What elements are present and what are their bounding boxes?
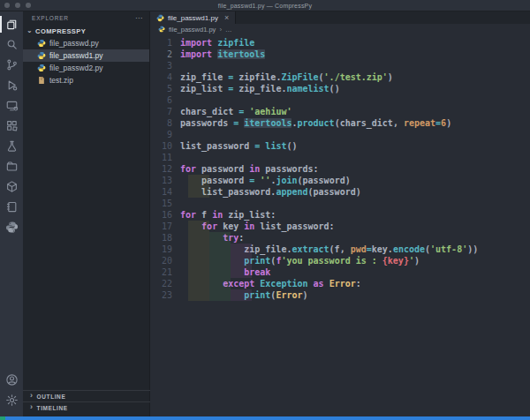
- code-line-14[interactable]: 14 list_password.append(password): [150, 186, 530, 198]
- line-number: 6: [150, 94, 180, 106]
- indent-guide: [188, 266, 209, 278]
- code-token: list_password:: [254, 221, 334, 231]
- code-line-12[interactable]: 12for password in passwords:: [150, 163, 530, 175]
- code-token: zip_list: [180, 84, 228, 94]
- file-item-file_passwd2-py[interactable]: file_passwd2.py: [23, 62, 149, 74]
- code-line-10[interactable]: 10list_password = list(): [150, 140, 530, 152]
- code-token: as: [314, 279, 324, 289]
- close-tab-icon[interactable]: ×: [224, 14, 229, 21]
- activitybar-project-manager-icon[interactable]: [0, 156, 23, 176]
- code-token: 'utf-8': [430, 244, 467, 254]
- explorer-title: EXPLORER: [32, 15, 69, 21]
- activitybar-extensions-icon[interactable]: [0, 116, 23, 136]
- explorer-more-actions-icon[interactable]: ⋯: [135, 16, 143, 21]
- code-line-11[interactable]: 11: [150, 152, 530, 163]
- code-token: zipfile: [217, 38, 254, 48]
- remote-indicator[interactable]: [0, 416, 5, 420]
- tab-file-passwd1[interactable]: file_passwd1.py ×: [150, 11, 236, 24]
- code-token: (password): [298, 176, 351, 185]
- code-token: repeat: [404, 118, 435, 128]
- chevron-right-icon: ›: [30, 404, 34, 409]
- code-token: passwords:: [260, 164, 318, 174]
- activitybar-account-icon[interactable]: [0, 370, 23, 390]
- breadcrumb-file[interactable]: file_passwd1.py: [169, 26, 216, 34]
- file-list: file_passwd.pyfile_passwd1.pyfile_passwd…: [23, 37, 149, 86]
- code-line-5[interactable]: 5zip_list = zip_file.namelist(): [150, 83, 530, 94]
- activitybar-explorer-icon[interactable]: [0, 14, 23, 34]
- file-item-test-zip[interactable]: test.zip: [23, 74, 149, 86]
- highlighted-token: itertools: [244, 118, 292, 128]
- panel-outline[interactable]: ›OUTLINE: [23, 390, 150, 401]
- code-line-9[interactable]: 9: [150, 129, 530, 140]
- activitybar-package-icon[interactable]: [0, 176, 23, 197]
- code-token: :: [356, 279, 361, 289]
- code-line-23[interactable]: 23 print(Error): [150, 289, 530, 301]
- file-label: file_passwd.py: [49, 39, 99, 48]
- workspace-folder-row[interactable]: ⌄ COMPRESSPY: [23, 25, 149, 37]
- code-line-16[interactable]: 16for f in zip_list:: [150, 209, 530, 221]
- code-line-6[interactable]: 6: [150, 94, 530, 106]
- code-line-15[interactable]: 15: [150, 198, 530, 209]
- code-token: 'you password is :: [281, 256, 382, 266]
- line-number: 10: [150, 140, 180, 152]
- code-token: zip_list:: [223, 210, 276, 220]
- vscode-window: file_passwd1.py — CompressPy EXPLORER ⋯ …: [0, 0, 530, 420]
- code-line-17[interactable]: 17 for key in list_password:: [150, 221, 530, 232]
- breadcrumb[interactable]: file_passwd1.py › …: [150, 24, 530, 35]
- indent-guide: [231, 244, 252, 255]
- chevron-right-icon: ›: [30, 393, 34, 398]
- code-line-13[interactable]: 13 password = ''.join(password): [150, 175, 530, 186]
- code-token: Exception: [260, 279, 307, 289]
- file-label: file_passwd1.py: [49, 51, 102, 60]
- indent-guide: [231, 255, 252, 266]
- breadcrumb-more[interactable]: …: [225, 26, 232, 34]
- code-token: ): [414, 256, 420, 266]
- python-file-icon: [37, 39, 46, 48]
- line-number: 11: [150, 152, 180, 163]
- code-line-2[interactable]: 2import itertools: [150, 49, 530, 60]
- activitybar-testing-icon[interactable]: [0, 136, 23, 156]
- code-line-21[interactable]: 21 break: [150, 266, 530, 278]
- code-line-18[interactable]: 18 try:: [150, 232, 530, 244]
- activitybar-search-icon[interactable]: [0, 34, 23, 55]
- code-line-3[interactable]: 3: [150, 60, 530, 71]
- code-line-19[interactable]: 19 zip_file.extract(f, pwd=key.encode('u…: [150, 244, 530, 255]
- code-token: zip_file: [180, 72, 228, 82]
- indent-guide: [209, 266, 231, 278]
- activitybar-settings-icon[interactable]: [0, 390, 23, 410]
- line-number: 18: [150, 232, 180, 244]
- activitybar-notebook-icon[interactable]: [0, 197, 23, 217]
- code-line-4[interactable]: 4zip_file = zipfile.ZipFile('./test.zip'…: [150, 71, 530, 83]
- indent-guide: [188, 289, 209, 301]
- line-number: 7: [150, 106, 180, 117]
- code-token: in: [244, 221, 254, 231]
- code-token: join: [276, 176, 297, 185]
- status-bar[interactable]: [0, 416, 530, 420]
- activitybar-run-debug-icon[interactable]: [0, 75, 23, 95]
- code-token: import: [180, 49, 212, 59]
- indent-guide: [209, 255, 231, 266]
- indent-guide: [188, 255, 209, 266]
- activitybar-remote-explorer-icon[interactable]: [0, 95, 23, 116]
- activity-bar: [0, 11, 23, 416]
- code-token: in: [212, 210, 223, 220]
- file-item-file_passwd1-py[interactable]: file_passwd1.py: [23, 49, 149, 62]
- code-token: product: [298, 118, 335, 128]
- editor-group: file_passwd1.py × file_passwd1.py › … 1i…: [150, 11, 530, 416]
- code-line-1[interactable]: 1import zipfile: [150, 37, 530, 49]
- panel-timeline[interactable]: ›TIMELINE: [23, 401, 150, 413]
- activitybar-python-extension-icon[interactable]: [0, 217, 23, 237]
- code-token: password: [196, 164, 249, 174]
- code-editor[interactable]: 1import zipfile2import itertools34zip_fi…: [150, 35, 530, 301]
- indent-guide: [209, 278, 231, 289]
- code-line-7[interactable]: 7chars_dict = 'aehiuw': [150, 106, 530, 117]
- python-file-icon: [158, 26, 165, 34]
- file-item-file_passwd-py[interactable]: file_passwd.py: [23, 37, 149, 49]
- code-line-22[interactable]: 22 except Exception as Error:: [150, 278, 530, 289]
- code-line-20[interactable]: 20 print(f'you password is : {key}'): [150, 255, 530, 266]
- line-number: 3: [150, 60, 180, 71]
- indent-guide: [209, 244, 231, 255]
- code-line-8[interactable]: 8passwords = itertools.product(chars_dic…: [150, 117, 530, 129]
- title-bar: file_passwd1.py — CompressPy: [0, 0, 530, 11]
- activitybar-source-control-icon[interactable]: [0, 55, 23, 75]
